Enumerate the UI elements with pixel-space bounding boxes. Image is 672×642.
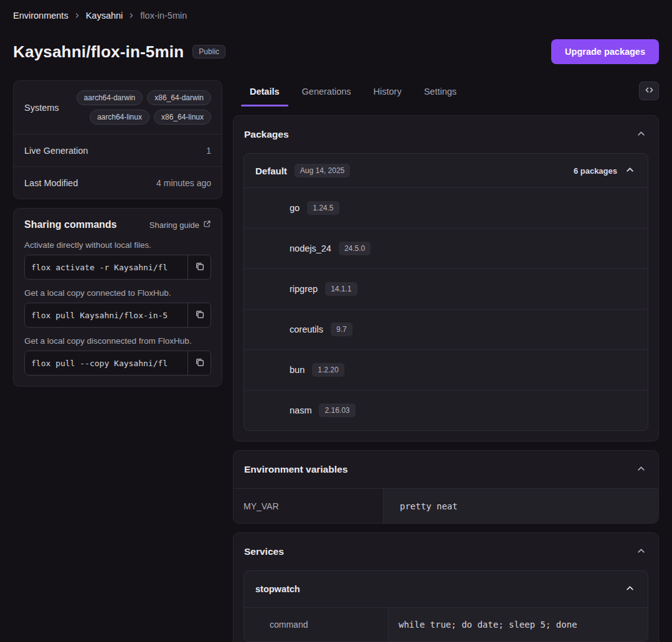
package-version-badge: 1.2.20	[312, 363, 344, 377]
service-header[interactable]: stopwatch	[244, 571, 648, 607]
upgrade-packages-button[interactable]: Upgrade packages	[551, 39, 659, 64]
breadcrumb: Environments Kaysahni flox-in-5min	[13, 0, 659, 21]
package-version-badge: 1.24.5	[307, 201, 339, 215]
breadcrumb-owner[interactable]: Kaysahni	[86, 11, 123, 21]
copy-button[interactable]	[187, 255, 211, 279]
services-title: Services	[244, 546, 284, 557]
package-version-badge: 14.1.1	[325, 282, 357, 296]
breadcrumb-environments[interactable]: Environments	[13, 11, 69, 21]
package-row: go 1.24.5	[244, 187, 648, 228]
environment-info-card: Systems aarch64-darwin x86_64-darwin aar…	[13, 80, 222, 199]
env-var-row: MY_VAR pretty neat	[234, 488, 658, 523]
live-generation-value: 1	[206, 146, 211, 156]
live-generation-label: Live Generation	[24, 146, 88, 156]
systems-row: Systems aarch64-darwin x86_64-darwin aar…	[14, 81, 222, 134]
package-version-badge: 24.5.0	[339, 242, 371, 255]
breadcrumb-current: flox-in-5min	[140, 11, 187, 21]
copy-button[interactable]	[187, 351, 211, 375]
packages-header[interactable]: Packages	[234, 116, 658, 153]
share-description: Activate directly without local files.	[24, 240, 211, 250]
package-name: coreutils	[290, 324, 323, 334]
code-view-button[interactable]	[639, 82, 659, 100]
service-name: stopwatch	[255, 584, 300, 594]
package-name: go	[290, 203, 300, 213]
package-version-badge: 9.7	[331, 323, 353, 336]
system-badge: x86_64-darwin	[147, 90, 211, 105]
collapse-env-vars-button[interactable]	[635, 462, 648, 477]
command-box-pull: flox pull Kaysahni/flox-in-5	[24, 303, 211, 328]
system-badge: aarch64-linux	[90, 110, 149, 125]
package-row: bun 1.2.20	[244, 349, 648, 390]
last-modified-value: 4 minutes ago	[156, 178, 211, 188]
command-text[interactable]: flox pull Kaysahni/flox-in-5	[25, 303, 187, 327]
package-name: bun	[290, 365, 305, 375]
environment-variables-header[interactable]: Environment variables	[234, 451, 658, 488]
system-badge: x86_64-linux	[154, 110, 211, 125]
collapse-packages-button[interactable]	[635, 127, 648, 142]
visibility-badge: Public	[192, 45, 225, 59]
tab-history[interactable]: History	[362, 80, 413, 106]
system-badges: aarch64-darwin x86_64-darwin aarch64-lin…	[68, 90, 211, 125]
package-group-header[interactable]: Default Aug 14, 2025 6 packages	[244, 154, 648, 187]
env-var-key: MY_VAR	[234, 489, 384, 523]
live-generation-row: Live Generation 1	[14, 134, 222, 166]
package-row: nasm 2.16.03	[244, 390, 648, 430]
share-description: Get a local copy connected to FloxHub.	[24, 288, 211, 298]
package-group-default: Default Aug 14, 2025 6 packages	[244, 153, 648, 431]
copy-icon	[194, 309, 205, 321]
sharing-guide-link[interactable]: Sharing guide	[149, 220, 211, 230]
package-row: nodejs_24 24.5.0	[244, 228, 648, 268]
tab-generations[interactable]: Generations	[291, 80, 362, 106]
sidebar: Systems aarch64-darwin x86_64-darwin aar…	[13, 80, 222, 387]
last-modified-label: Last Modified	[24, 178, 78, 188]
collapse-service-button[interactable]	[623, 582, 637, 597]
external-link-icon	[203, 220, 211, 230]
copy-icon	[194, 357, 205, 369]
env-var-value: pretty neat	[384, 489, 658, 523]
sharing-commands-title: Sharing commands	[24, 219, 116, 230]
package-row: coreutils 9.7	[244, 309, 648, 349]
package-version-badge: 2.16.03	[319, 404, 355, 417]
services-header[interactable]: Services	[234, 533, 658, 570]
page: Environments Kaysahni flox-in-5min Kaysa…	[0, 0, 672, 642]
chevron-up-icon	[636, 128, 646, 141]
collapse-services-button[interactable]	[635, 544, 648, 559]
service-command-row: command while true; do date; sleep 5; do…	[244, 607, 648, 641]
services-section: Services stopwatch	[233, 532, 659, 642]
collapse-group-button[interactable]	[623, 163, 637, 178]
package-row: ripgrep 14.1.1	[244, 268, 648, 309]
copy-button[interactable]	[187, 303, 211, 327]
share-description: Get a local copy disconnected from FloxH…	[24, 336, 211, 346]
command-text[interactable]: flox activate -r Kaysahni/fl	[25, 255, 187, 279]
service-command-value: while true; do date; sleep 5; done	[389, 608, 648, 641]
page-title: Kaysahni/flox-in-5min	[13, 42, 184, 62]
tab-settings[interactable]: Settings	[413, 80, 468, 106]
package-name: nasm	[290, 405, 311, 415]
code-icon	[645, 85, 654, 97]
environment-variables-title: Environment variables	[244, 464, 348, 475]
package-count: 6 packages	[574, 166, 617, 176]
chevron-up-icon	[636, 545, 646, 558]
system-badge: aarch64-darwin	[77, 90, 143, 105]
chevron-up-icon	[625, 164, 635, 177]
packages-title: Packages	[244, 129, 289, 140]
sharing-commands-card: Sharing commands Sharing guide Activate …	[13, 208, 222, 387]
page-header: Kaysahni/flox-in-5min Public Upgrade pac…	[13, 39, 659, 64]
command-text[interactable]: flox pull --copy Kaysahni/fl	[25, 351, 187, 375]
copy-icon	[194, 261, 205, 273]
package-name: nodejs_24	[290, 243, 331, 253]
group-date-badge: Aug 14, 2025	[295, 164, 350, 177]
tab-details[interactable]: Details	[239, 80, 291, 106]
chevron-up-icon	[636, 463, 646, 476]
package-name: ripgrep	[290, 284, 318, 294]
chevron-up-icon	[625, 583, 635, 595]
last-modified-row: Last Modified 4 minutes ago	[14, 166, 222, 199]
command-box-activate: flox activate -r Kaysahni/fl	[24, 255, 211, 280]
group-name: Default	[255, 166, 287, 176]
service-command-key: command	[244, 608, 389, 641]
chevron-right-icon	[128, 12, 135, 19]
service-group-stopwatch: stopwatch command while true; do date; s…	[244, 570, 648, 642]
chevron-right-icon	[73, 12, 81, 19]
sharing-guide-label: Sharing guide	[149, 220, 199, 230]
tabbar: Details Generations History Settings	[233, 80, 659, 106]
